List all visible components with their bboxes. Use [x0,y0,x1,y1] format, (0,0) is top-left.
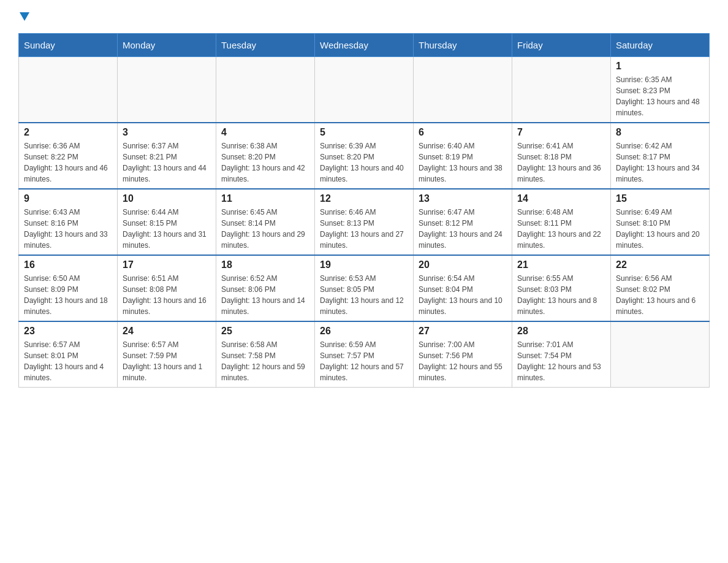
day-number: 16 [24,259,112,270]
day-info: Sunrise: 6:36 AM Sunset: 8:22 PM Dayligh… [24,140,112,185]
table-row [19,57,118,123]
table-row: 24Sunrise: 6:57 AM Sunset: 7:59 PM Dayli… [118,321,216,388]
table-row: 14Sunrise: 6:48 AM Sunset: 8:11 PM Dayli… [512,189,611,255]
day-number: 22 [616,259,704,270]
table-row: 16Sunrise: 6:50 AM Sunset: 8:09 PM Dayli… [19,255,118,321]
table-row: 18Sunrise: 6:52 AM Sunset: 8:06 PM Dayli… [216,255,315,321]
day-number: 15 [616,193,704,204]
col-tuesday: Tuesday [216,34,315,57]
day-number: 12 [320,193,408,204]
calendar-week-row: 2Sunrise: 6:36 AM Sunset: 8:22 PM Daylig… [19,123,710,189]
day-info: Sunrise: 6:39 AM Sunset: 8:20 PM Dayligh… [320,140,408,185]
day-info: Sunrise: 6:47 AM Sunset: 8:12 PM Dayligh… [419,207,507,251]
table-row: 20Sunrise: 6:54 AM Sunset: 8:04 PM Dayli… [414,255,512,321]
col-friday: Friday [512,34,611,57]
day-info: Sunrise: 7:01 AM Sunset: 7:54 PM Dayligh… [517,339,605,383]
table-row: 17Sunrise: 6:51 AM Sunset: 8:08 PM Dayli… [118,255,216,321]
table-row: 13Sunrise: 6:47 AM Sunset: 8:12 PM Dayli… [414,189,512,255]
col-saturday: Saturday [611,34,710,57]
day-number: 6 [419,127,507,138]
col-sunday: Sunday [19,34,118,57]
table-row: 3Sunrise: 6:37 AM Sunset: 8:21 PM Daylig… [118,123,216,189]
table-row [512,57,611,123]
day-info: Sunrise: 6:45 AM Sunset: 8:14 PM Dayligh… [221,207,309,251]
table-row: 2Sunrise: 6:36 AM Sunset: 8:22 PM Daylig… [19,123,118,189]
day-info: Sunrise: 6:51 AM Sunset: 8:08 PM Dayligh… [123,273,211,317]
day-number: 17 [123,259,211,270]
logo-triangle-icon [20,12,29,21]
table-row [611,321,710,388]
day-number: 9 [24,193,112,204]
calendar-header-row: Sunday Monday Tuesday Wednesday Thursday… [19,34,710,57]
day-info: Sunrise: 6:58 AM Sunset: 7:58 PM Dayligh… [221,339,309,383]
table-row: 26Sunrise: 6:59 AM Sunset: 7:57 PM Dayli… [315,321,414,388]
day-number: 24 [123,326,211,337]
day-number: 2 [24,127,112,138]
day-info: Sunrise: 6:48 AM Sunset: 8:11 PM Dayligh… [517,207,605,251]
day-info: Sunrise: 6:59 AM Sunset: 7:57 PM Dayligh… [320,339,408,383]
calendar-week-row: 16Sunrise: 6:50 AM Sunset: 8:09 PM Dayli… [19,255,710,321]
day-number: 4 [221,127,309,138]
table-row: 6Sunrise: 6:40 AM Sunset: 8:19 PM Daylig… [414,123,512,189]
day-number: 19 [320,259,408,270]
day-number: 25 [221,326,309,337]
calendar-week-row: 23Sunrise: 6:57 AM Sunset: 8:01 PM Dayli… [19,321,710,388]
table-row: 27Sunrise: 7:00 AM Sunset: 7:56 PM Dayli… [414,321,512,388]
day-number: 26 [320,326,408,337]
day-number: 10 [123,193,211,204]
col-monday: Monday [118,34,216,57]
table-row [414,57,512,123]
day-info: Sunrise: 6:37 AM Sunset: 8:21 PM Dayligh… [123,140,211,185]
day-info: Sunrise: 6:35 AM Sunset: 8:23 PM Dayligh… [616,74,704,118]
day-info: Sunrise: 6:56 AM Sunset: 8:02 PM Dayligh… [616,273,704,317]
table-row: 5Sunrise: 6:39 AM Sunset: 8:20 PM Daylig… [315,123,414,189]
table-row: 25Sunrise: 6:58 AM Sunset: 7:58 PM Dayli… [216,321,315,388]
day-number: 13 [419,193,507,204]
day-number: 14 [517,193,605,204]
day-info: Sunrise: 6:52 AM Sunset: 8:06 PM Dayligh… [221,273,309,317]
table-row: 19Sunrise: 6:53 AM Sunset: 8:05 PM Dayli… [315,255,414,321]
table-row: 10Sunrise: 6:44 AM Sunset: 8:15 PM Dayli… [118,189,216,255]
day-number: 3 [123,127,211,138]
day-info: Sunrise: 6:38 AM Sunset: 8:20 PM Dayligh… [221,140,309,185]
day-number: 27 [419,326,507,337]
table-row: 15Sunrise: 6:49 AM Sunset: 8:10 PM Dayli… [611,189,710,255]
day-info: Sunrise: 6:46 AM Sunset: 8:13 PM Dayligh… [320,207,408,251]
table-row: 9Sunrise: 6:43 AM Sunset: 8:16 PM Daylig… [19,189,118,255]
day-info: Sunrise: 6:54 AM Sunset: 8:04 PM Dayligh… [419,273,507,317]
col-wednesday: Wednesday [315,34,414,57]
table-row [315,57,414,123]
table-row [118,57,216,123]
table-row: 21Sunrise: 6:55 AM Sunset: 8:03 PM Dayli… [512,255,611,321]
day-info: Sunrise: 6:50 AM Sunset: 8:09 PM Dayligh… [24,273,112,317]
table-row: 12Sunrise: 6:46 AM Sunset: 8:13 PM Dayli… [315,189,414,255]
table-row: 22Sunrise: 6:56 AM Sunset: 8:02 PM Dayli… [611,255,710,321]
day-info: Sunrise: 6:43 AM Sunset: 8:16 PM Dayligh… [24,207,112,251]
day-number: 20 [419,259,507,270]
table-row [216,57,315,123]
day-number: 7 [517,127,605,138]
day-info: Sunrise: 6:53 AM Sunset: 8:05 PM Dayligh… [320,273,408,317]
page-header [18,12,710,21]
table-row: 8Sunrise: 6:42 AM Sunset: 8:17 PM Daylig… [611,123,710,189]
table-row: 23Sunrise: 6:57 AM Sunset: 8:01 PM Dayli… [19,321,118,388]
col-thursday: Thursday [414,34,512,57]
calendar-week-row: 9Sunrise: 6:43 AM Sunset: 8:16 PM Daylig… [19,189,710,255]
day-number: 21 [517,259,605,270]
day-number: 28 [517,326,605,337]
day-number: 23 [24,326,112,337]
calendar-week-row: 1Sunrise: 6:35 AM Sunset: 8:23 PM Daylig… [19,57,710,123]
day-number: 5 [320,127,408,138]
day-info: Sunrise: 6:57 AM Sunset: 8:01 PM Dayligh… [24,339,112,383]
table-row: 1Sunrise: 6:35 AM Sunset: 8:23 PM Daylig… [611,57,710,123]
day-number: 8 [616,127,704,138]
table-row: 7Sunrise: 6:41 AM Sunset: 8:18 PM Daylig… [512,123,611,189]
day-info: Sunrise: 6:55 AM Sunset: 8:03 PM Dayligh… [517,273,605,317]
table-row: 4Sunrise: 6:38 AM Sunset: 8:20 PM Daylig… [216,123,315,189]
logo [18,12,29,21]
day-number: 18 [221,259,309,270]
calendar-table: Sunday Monday Tuesday Wednesday Thursday… [18,33,710,388]
day-info: Sunrise: 6:40 AM Sunset: 8:19 PM Dayligh… [419,140,507,185]
day-info: Sunrise: 6:49 AM Sunset: 8:10 PM Dayligh… [616,207,704,251]
day-info: Sunrise: 6:41 AM Sunset: 8:18 PM Dayligh… [517,140,605,185]
